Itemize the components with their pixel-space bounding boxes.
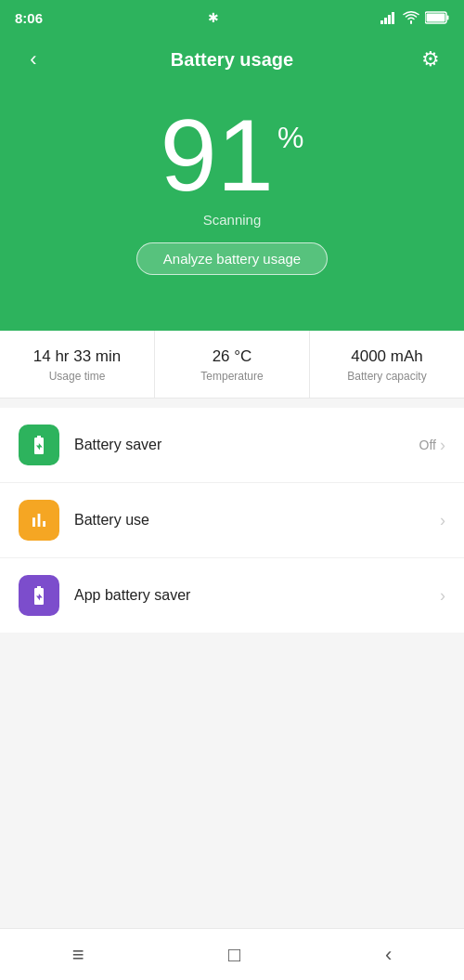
battery-saver-chevron: › [440, 436, 445, 455]
app-battery-saver-right: › [440, 586, 445, 606]
list-container: Battery saver Off › Battery use › App ba… [0, 408, 464, 633]
status-bar: 8:06 ✱ [0, 0, 464, 33]
battery-section: 91 % Scanning Analyze battery usage [0, 85, 464, 331]
svg-rect-1 [384, 18, 387, 24]
analyze-battery-button[interactable]: Analyze battery usage [136, 242, 328, 275]
nav-back-icon[interactable]: ‹ [385, 943, 392, 967]
temperature-stat: 26 °C Temperature [155, 331, 310, 398]
nav-home-icon[interactable]: □ [228, 943, 240, 967]
battery-saver-status: Off [419, 438, 436, 452]
battery-status-icon [425, 11, 449, 24]
svg-rect-6 [427, 14, 445, 22]
status-icons [380, 11, 449, 24]
battery-symbol: % [277, 123, 303, 152]
battery-use-chevron: › [440, 511, 445, 530]
usage-time-label: Usage time [49, 370, 106, 383]
temperature-value: 26 °C [213, 347, 252, 366]
wifi-icon [403, 11, 419, 24]
battery-capacity-label: Battery capacity [347, 370, 426, 383]
svg-rect-5 [447, 16, 449, 20]
battery-saver-item[interactable]: Battery saver Off › [0, 408, 464, 483]
bluetooth-icon: ✱ [208, 10, 219, 25]
battery-use-label: Battery use [74, 512, 440, 529]
status-time: 8:06 [15, 10, 43, 26]
app-battery-saver-label: App battery saver [74, 587, 440, 604]
scanning-text: Scanning [203, 212, 262, 228]
app-battery-saver-icon [19, 575, 59, 616]
page-title: Battery usage [48, 49, 416, 71]
back-button[interactable]: ‹ [19, 47, 48, 72]
header: ‹ Battery usage ⚙ [0, 33, 464, 85]
stats-bar: 14 hr 33 min Usage time 26 °C Temperatur… [0, 331, 464, 399]
svg-rect-3 [392, 12, 394, 24]
temperature-label: Temperature [200, 370, 263, 383]
usage-time-value: 14 hr 33 min [33, 347, 122, 366]
svg-rect-2 [388, 15, 391, 24]
battery-saver-label: Battery saver [74, 437, 419, 453]
settings-button[interactable]: ⚙ [416, 47, 445, 72]
battery-use-item[interactable]: Battery use › [0, 483, 464, 558]
battery-capacity-stat: 4000 mAh Battery capacity [310, 331, 464, 398]
svg-rect-0 [380, 20, 383, 24]
signal-icon [380, 11, 397, 24]
battery-saver-right: Off › [419, 436, 445, 455]
battery-number: 91 [161, 104, 274, 206]
nav-menu-icon[interactable]: ≡ [72, 943, 84, 967]
battery-use-icon [19, 500, 59, 541]
battery-capacity-value: 4000 mAh [351, 347, 423, 366]
app-battery-saver-item[interactable]: App battery saver › [0, 558, 464, 633]
battery-use-right: › [440, 511, 445, 530]
battery-saver-icon [19, 425, 59, 465]
battery-percentage-display: 91 % [161, 104, 304, 206]
app-battery-saver-chevron: › [440, 586, 445, 606]
usage-time-stat: 14 hr 33 min Usage time [0, 331, 155, 398]
bottom-nav: ≡ □ ‹ [0, 928, 464, 980]
